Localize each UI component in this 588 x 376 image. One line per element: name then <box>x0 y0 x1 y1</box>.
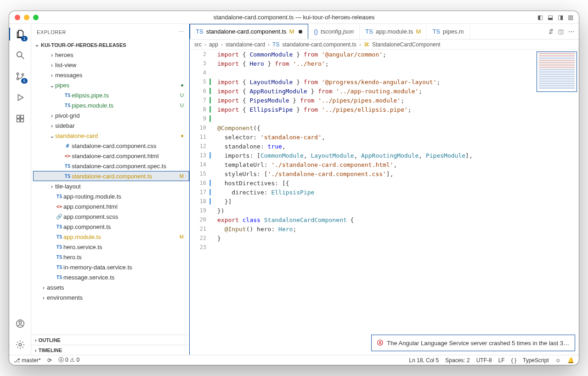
language-mode[interactable]: TypeScript <box>523 357 549 364</box>
breadcrumb-segment[interactable]: StandaloneCardComponent <box>372 41 441 48</box>
file-row[interactable]: TSellipsis.pipe.tsU <box>33 90 189 100</box>
folder-row[interactable]: ⌄standalone-card● <box>33 131 189 141</box>
code-line[interactable]: 2import { CommonModule } from '@angular/… <box>190 50 535 59</box>
gutter-line-number[interactable]: 12 <box>190 143 211 149</box>
file-row[interactable]: TSapp.component.ts <box>33 222 189 232</box>
split-editor-icon[interactable]: ◫ <box>558 28 564 35</box>
gutter-line-number[interactable]: 22 <box>190 235 211 241</box>
feedback-icon[interactable]: ☺ <box>555 357 561 364</box>
gutter-line-number[interactable]: 13 <box>190 152 211 159</box>
code-editor[interactable]: 2import { CommonModule } from '@angular/… <box>190 50 535 355</box>
accounts-activity[interactable] <box>14 317 27 330</box>
close-window-button[interactable] <box>15 15 20 20</box>
file-row[interactable]: TSstandalone-card.component.spec.ts <box>33 161 189 171</box>
toggle-panel-icon[interactable]: ⬓ <box>547 14 554 21</box>
file-row[interactable]: TSmessage.service.ts <box>33 272 189 282</box>
breadcrumb-segment[interactable]: standalone-card.component.ts <box>282 41 356 48</box>
toggle-primary-sidebar-icon[interactable]: ◧ <box>537 14 544 21</box>
gutter-line-number[interactable]: 6 <box>190 88 211 94</box>
code-line[interactable]: 21 @Input() hero: Hero; <box>190 224 535 234</box>
gutter-line-number[interactable]: 11 <box>190 134 211 140</box>
customize-layout-icon[interactable]: ▥ <box>567 14 574 21</box>
problems-status[interactable]: ⓧ 0 ⚠ 0 <box>58 356 79 364</box>
code-line[interactable]: 22} <box>190 234 535 243</box>
more-actions-icon[interactable]: ⋯ <box>568 28 574 35</box>
gutter-line-number[interactable]: 5 <box>190 79 211 85</box>
code-content[interactable]: templateUrl: './standalone-card.componen… <box>211 161 397 168</box>
code-content[interactable]: imports: [CommonModule, LayoutModule, Ap… <box>211 152 473 159</box>
file-row[interactable]: TSin-memory-data.service.ts <box>33 262 189 272</box>
gutter-line-number[interactable]: 7 <box>190 97 211 103</box>
run-debug-activity[interactable] <box>14 91 27 104</box>
folder-row[interactable]: ⌄pipes● <box>33 80 189 90</box>
gutter-line-number[interactable]: 19 <box>190 207 211 214</box>
code-line[interactable]: 13 imports: [CommonModule, LayoutModule,… <box>190 151 535 160</box>
file-row[interactable]: TSapp-routing.module.ts <box>33 191 189 201</box>
editor-tab[interactable]: {}tsconfig.json <box>308 24 360 39</box>
breadcrumb-segment[interactable]: src <box>194 41 202 48</box>
editor-tab[interactable]: TSstandalone-card.component.tsM <box>190 24 308 39</box>
code-content[interactable]: import { EllipsisPipe } from '../pipes/e… <box>211 106 412 113</box>
code-line[interactable]: 10@Component({ <box>190 123 535 132</box>
folder-row[interactable]: ›tile-layout <box>33 181 189 191</box>
source-control-activity[interactable]: 5 <box>14 70 27 83</box>
code-content[interactable]: directive: EllipsisPipe <box>211 189 314 196</box>
gutter-line-number[interactable]: 23 <box>190 244 211 251</box>
code-line[interactable]: 9 <box>190 114 535 123</box>
folder-row[interactable]: ›pivot-grid <box>33 110 189 120</box>
code-line[interactable]: 5import { LayoutModule } from '@progress… <box>190 77 535 86</box>
code-line[interactable]: 23 <box>190 243 535 252</box>
extensions-activity[interactable] <box>14 112 27 125</box>
breadcrumb-segment[interactable]: app <box>209 41 218 48</box>
folder-row[interactable]: ›sidebar <box>33 120 189 131</box>
gutter-line-number[interactable]: 10 <box>190 125 211 131</box>
gutter-line-number[interactable]: 8 <box>190 106 211 113</box>
code-line[interactable]: 14 templateUrl: './standalone-card.compo… <box>190 160 535 169</box>
breadcrumb-segment[interactable]: standalone-card <box>226 41 265 48</box>
sync-status[interactable]: ⟳ <box>47 357 52 364</box>
code-line[interactable]: 4 <box>190 68 535 77</box>
code-content[interactable]: }] <box>211 198 232 205</box>
code-line[interactable]: 15 styleUrls: ['./standalone-card.compon… <box>190 169 535 178</box>
code-content[interactable]: @Component({ <box>211 125 260 131</box>
compare-changes-icon[interactable]: ⇵ <box>548 28 554 35</box>
indentation-status[interactable]: Spaces: 2 <box>445 357 469 364</box>
timeline-panel[interactable]: › TIMELINE <box>31 345 189 355</box>
code-content[interactable]: @Input() hero: Hero; <box>211 226 296 233</box>
file-row[interactable]: TShero.service.ts <box>33 242 189 252</box>
code-line[interactable]: 7import { PipesModule } from '../pipes/p… <box>190 96 535 105</box>
code-content[interactable]: selector: 'standalone-card', <box>211 134 325 141</box>
gutter-line-number[interactable]: 17 <box>190 189 211 195</box>
gutter-line-number[interactable]: 21 <box>190 226 211 232</box>
code-content[interactable]: export class StandaloneCardComponent { <box>211 216 354 223</box>
gutter-line-number[interactable]: 16 <box>190 180 211 186</box>
code-content[interactable]: } <box>211 235 221 242</box>
minimap[interactable] <box>537 51 577 92</box>
toggle-secondary-sidebar-icon[interactable]: ◨ <box>557 14 564 21</box>
explorer-activity[interactable]: 1 <box>14 28 27 40</box>
encoding-status[interactable]: UTF-8 <box>476 357 492 364</box>
file-row[interactable]: #standalone-card.component.css <box>33 141 189 151</box>
manage-activity[interactable] <box>14 338 27 351</box>
gutter-line-number[interactable]: 2 <box>190 51 211 57</box>
gutter-line-number[interactable]: 9 <box>190 115 211 122</box>
folder-row[interactable]: ›messages <box>33 70 189 80</box>
file-row[interactable]: TSstandalone-card.component.tsM <box>33 171 189 181</box>
breadcrumb[interactable]: src›app›standalone-card›TSstandalone-car… <box>190 40 579 50</box>
folder-row[interactable]: ›heroes <box>33 50 189 60</box>
file-row[interactable]: TSapp.module.tsM <box>33 232 189 242</box>
folder-row[interactable]: ›environments <box>33 292 189 302</box>
code-line[interactable]: 20export class StandaloneCardComponent { <box>190 215 535 224</box>
editor-tab[interactable]: TSapp.module.tsM <box>360 24 427 39</box>
gutter-line-number[interactable]: 3 <box>190 60 211 67</box>
git-branch-status[interactable]: ⎇ master* <box>14 357 41 364</box>
code-line[interactable]: 12 standalone: true, <box>190 142 535 151</box>
code-content[interactable]: import { LayoutModule } from '@progress/… <box>211 79 440 85</box>
code-content[interactable]: hostDirectives: [{ <box>211 180 289 187</box>
code-line[interactable]: 3import { Hero } from '../hero'; <box>190 59 535 68</box>
gutter-line-number[interactable]: 14 <box>190 161 211 168</box>
minimize-window-button[interactable] <box>24 15 29 20</box>
gutter-line-number[interactable]: 4 <box>190 69 211 76</box>
code-content[interactable]: styleUrls: ['./standalone-card.component… <box>211 171 394 177</box>
code-content[interactable]: import { Hero } from '../hero'; <box>211 60 329 67</box>
